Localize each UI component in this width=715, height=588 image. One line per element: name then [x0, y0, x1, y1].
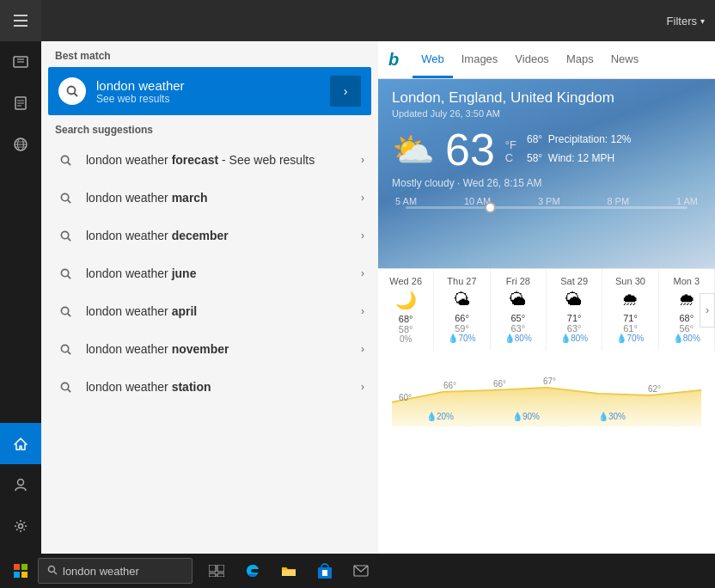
best-match-arrow[interactable]: › — [330, 76, 361, 107]
forecast-weather-icon: 🌧 — [678, 290, 695, 309]
svg-rect-54 — [209, 573, 216, 577]
svg-point-27 — [61, 269, 68, 276]
temp-fahrenheit: °F — [505, 138, 516, 151]
weather-high: 68° — [527, 133, 542, 145]
best-match-item[interactable]: london weather See web results › — [48, 67, 371, 115]
suggestion-item-march[interactable]: london weather march › — [41, 179, 378, 217]
globe-icon[interactable] — [0, 124, 41, 165]
suggestion-item-station[interactable]: london weather station › — [41, 368, 378, 406]
search-icon-best — [58, 77, 86, 105]
svg-text:66°: 66° — [443, 381, 456, 390]
taskbar-edge-icon[interactable] — [235, 555, 270, 586]
suggestion-text: london weather march — [86, 191, 361, 205]
svg-rect-2 — [14, 25, 28, 27]
forecast-weather-icon: 🌤 — [453, 290, 470, 309]
suggestion-item-forecast[interactable]: london weather forecast - See web result… — [41, 141, 378, 179]
suggestion-arrow-icon: › — [361, 192, 364, 204]
taskbar-search-icon — [47, 565, 58, 578]
svg-line-28 — [67, 275, 70, 278]
search-panel: Best match london weather See web result… — [41, 41, 378, 588]
tablet-icon[interactable] — [0, 41, 41, 83]
best-match-label: Best match — [41, 41, 378, 67]
forecast-next-button[interactable]: › — [700, 293, 715, 328]
forecast-day-2: Fri 28 🌥 65° 63° 💧80% — [491, 269, 547, 351]
svg-text:💧20%: 💧20% — [426, 411, 454, 422]
svg-point-16 — [18, 480, 24, 486]
bing-tab-videos[interactable]: Videos — [506, 42, 558, 78]
taskbar-file-explorer[interactable] — [272, 555, 306, 586]
forecast-precipitation: 0% — [400, 334, 412, 344]
suggestion-bold: december — [172, 229, 229, 242]
suggestion-text: london weather november — [86, 342, 361, 356]
suggestion-item-april[interactable]: london weather april › — [41, 292, 378, 330]
suggestion-item-december[interactable]: london weather december › — [41, 217, 378, 254]
bing-tab-news[interactable]: News — [602, 42, 648, 78]
svg-point-23 — [61, 193, 68, 200]
search-icon-suggestion — [55, 150, 76, 170]
start-button[interactable] — [7, 557, 34, 585]
forecast-precipitation: 💧70% — [616, 334, 644, 343]
weather-updated: Updated July 26, 3:50 AM — [392, 108, 701, 119]
suggestions-list: london weather forecast - See web result… — [41, 141, 378, 406]
svg-rect-58 — [322, 570, 327, 576]
document-icon[interactable] — [0, 83, 41, 124]
taskbar-store-icon[interactable] — [308, 555, 342, 586]
bing-logo: b — [388, 50, 399, 70]
forecast-low-temp: 58° — [399, 324, 413, 334]
topbar: Filters ▾ — [41, 0, 715, 41]
search-icon-suggestion — [55, 225, 76, 246]
svg-rect-46 — [14, 564, 20, 570]
filters-button[interactable]: Filters ▾ — [667, 15, 705, 28]
bing-tab-images[interactable]: Images — [453, 42, 507, 78]
person-icon[interactable] — [0, 464, 41, 505]
time-slider-track[interactable] — [406, 206, 688, 209]
suggestion-text: london weather april — [86, 304, 361, 318]
sidebar — [0, 0, 41, 588]
svg-rect-56 — [282, 570, 296, 576]
forecast-day-name: Thu 27 — [447, 276, 476, 286]
time-slider-knob[interactable] — [485, 202, 496, 213]
svg-rect-0 — [14, 15, 28, 16]
svg-point-50 — [49, 566, 55, 572]
settings-icon[interactable] — [0, 505, 41, 547]
svg-rect-47 — [21, 564, 28, 570]
forecast-high-temp: 66° — [455, 313, 469, 323]
forecast-day-name: Mon 3 — [674, 276, 700, 286]
suggestion-bold: march — [172, 191, 208, 205]
suggestion-arrow-icon: › — [361, 267, 364, 279]
taskbar-search-box[interactable]: london weather — [38, 558, 192, 584]
forecast-high-temp: 65° — [511, 313, 526, 323]
forecast-day-3: Sat 29 🌥 71° 63° 💧80% — [547, 269, 602, 351]
svg-text:💧30%: 💧30% — [598, 411, 626, 422]
svg-point-25 — [61, 231, 68, 238]
svg-line-34 — [67, 389, 70, 391]
forecast-day-name: Sat 29 — [560, 276, 588, 286]
svg-rect-1 — [14, 20, 28, 21]
home-icon[interactable] — [0, 423, 41, 464]
best-match-text: london weather See web results — [96, 78, 323, 105]
time-3pm: 3 PM — [538, 196, 560, 206]
svg-text:62°: 62° — [648, 384, 661, 394]
suggestion-bold: april — [172, 304, 198, 318]
suggestion-item-november[interactable]: london weather november › — [41, 330, 378, 368]
svg-line-20 — [75, 94, 78, 97]
svg-line-51 — [54, 572, 57, 574]
bing-tab-web[interactable]: Web — [412, 42, 453, 78]
suggestion-bold: june — [172, 266, 197, 280]
hamburger-menu-icon[interactable] — [0, 0, 41, 41]
suggestion-arrow-icon: › — [361, 343, 364, 355]
taskbar-task-view[interactable] — [199, 555, 234, 586]
taskbar-mail-icon[interactable] — [344, 555, 378, 586]
svg-point-21 — [61, 156, 68, 162]
taskbar: london weather — [0, 554, 715, 588]
suggestion-item-june[interactable]: london weather june › — [41, 254, 378, 292]
forecast-day-0: Wed 26 🌙 68° 58° 0% — [378, 269, 434, 351]
taskbar-apps — [199, 555, 378, 586]
weather-icon-cloud: ⛅ — [392, 130, 435, 170]
svg-point-31 — [61, 345, 68, 352]
bing-tab-maps[interactable]: Maps — [558, 42, 602, 78]
weather-location: London, England, United Kingdom — [392, 89, 701, 107]
time-1am: 1 AM — [676, 196, 698, 206]
weather-card: London, England, United Kingdom Updated … — [378, 79, 715, 268]
suggestion-text: london weather december — [86, 229, 361, 242]
